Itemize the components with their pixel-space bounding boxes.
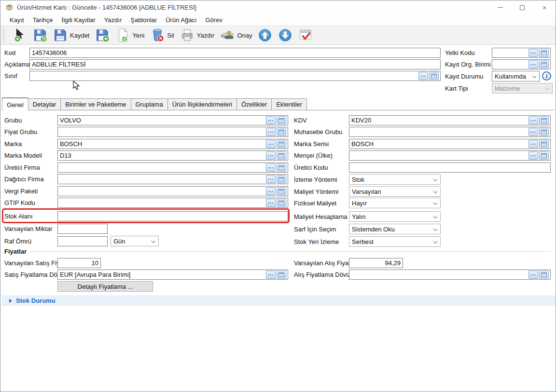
dagitici-firma-lookup-button[interactable]: ... (266, 175, 276, 183)
kdv-list-button[interactable] (539, 116, 549, 124)
stok-alani-input[interactable] (57, 211, 288, 221)
menu-gorev[interactable]: Görev (201, 15, 227, 25)
nav-up-button[interactable] (255, 27, 275, 43)
muhasebe-grubu-input[interactable] (349, 127, 551, 137)
tab-birimler-ve-paketleme[interactable]: Birimler ve Paketleme (60, 98, 131, 110)
alis-dovizi-input[interactable] (349, 270, 551, 280)
tab-eklentiler[interactable]: Eklentiler (271, 98, 306, 110)
alis-fiyati-input[interactable] (349, 258, 403, 268)
marka-serisi-list-button[interactable] (539, 140, 549, 148)
grubu-list-button[interactable] (277, 116, 286, 124)
detayli-fiyatlama-button[interactable]: Detaylı Fiyatlama ... (57, 281, 153, 292)
close-button[interactable]: × (533, 0, 556, 14)
gtip-kodu-list-button[interactable] (277, 199, 286, 207)
varsayilan-miktar-input[interactable] (57, 224, 108, 234)
menu-ilgili-kayitlar[interactable]: İlgili Kayıtlar (57, 15, 100, 25)
maliyet-yontemi-select[interactable]: Varsayılan (349, 186, 441, 197)
dagitici-firma-input[interactable] (57, 174, 288, 184)
muhasebe-grubu-list-button[interactable] (539, 128, 549, 136)
kayit-org-lookup-button[interactable]: ... (528, 60, 538, 68)
marka-lookup-button[interactable]: ... (266, 140, 276, 148)
tab-gruplama[interactable]: Gruplama (131, 98, 168, 110)
aciklama-input[interactable] (29, 59, 441, 69)
vergi-paketi-input[interactable] (57, 186, 288, 196)
raf-omru-input[interactable] (57, 236, 108, 246)
satis-fiyati-input[interactable] (57, 258, 101, 268)
marka-modeli-list-button[interactable] (277, 151, 286, 160)
fiyat-grubu-input[interactable] (57, 127, 288, 137)
sinif-input[interactable] (29, 71, 441, 81)
info-icon[interactable]: i (542, 71, 551, 81)
satis-dovizi-list-button[interactable] (277, 270, 286, 279)
alis-dovizi-list-button[interactable] (539, 270, 549, 279)
yetki-kodu-lookup-button[interactable]: ... (528, 49, 538, 57)
yetki-kodu-list-button[interactable] (539, 49, 549, 57)
maliyet-hesaplama-select[interactable]: Yalın (349, 211, 441, 222)
fiyat-grubu-lookup-button[interactable]: ... (266, 128, 276, 136)
select-add-button[interactable] (10, 27, 30, 43)
menu-kayit[interactable]: Kayıt (5, 15, 28, 25)
izleme-yontemi-select[interactable]: Stok (349, 174, 441, 185)
stok-durumu-section[interactable]: Stok Durumu (2, 296, 555, 306)
kayit-durumu-select[interactable]: Kullanımda (492, 71, 540, 81)
stok-yeri-izleme-select[interactable]: Serbest (349, 236, 441, 247)
print-button[interactable]: Yazdır (177, 27, 218, 43)
save-add-button[interactable] (92, 27, 112, 43)
marka-input[interactable] (57, 139, 288, 149)
marka-serisi-lookup-button[interactable]: ... (528, 140, 538, 148)
list-window-icon (541, 118, 547, 122)
approve-button[interactable]: Onay (217, 27, 255, 43)
sinif-list-button[interactable] (429, 72, 439, 80)
dagitici-firma-list-button[interactable] (277, 175, 286, 183)
uretici-firma-input[interactable] (57, 162, 288, 173)
minimize-button[interactable] (489, 0, 511, 14)
save-button[interactable]: Kaydet (50, 27, 92, 43)
confirm-button[interactable] (295, 27, 316, 43)
grubu-input[interactable] (57, 115, 288, 125)
new-button[interactable]: Yeni (112, 27, 147, 43)
menu-urun-agaci[interactable]: Ürün Ağacı (161, 15, 201, 25)
nav-down-button[interactable] (275, 27, 295, 43)
vergi-paketi-list-button[interactable] (277, 187, 286, 195)
ellipsis-icon: ... (268, 165, 273, 168)
tab-urun-iliskilendirmeleri[interactable]: Ürün İlişkilendirmeleri (167, 98, 237, 110)
mensei-list-button[interactable] (539, 151, 549, 160)
delete-button[interactable]: Sil (147, 27, 177, 43)
alis-dovizi-lookup-button[interactable]: ... (528, 270, 538, 279)
menu-sablonlar[interactable]: Şablonlar (126, 15, 161, 25)
tab-detaylar[interactable]: Detaylar (28, 98, 61, 110)
marka-modeli-lookup-button[interactable]: ... (266, 151, 276, 160)
raf-omru-unit-select[interactable]: Gün (111, 236, 159, 246)
tab-ozellikler[interactable]: Özellikler (236, 98, 272, 110)
sinif-lookup-button[interactable]: ... (418, 72, 428, 80)
maximize-button[interactable] (511, 0, 533, 14)
menu-tarihce[interactable]: Tarihçe (28, 15, 57, 25)
kdv-lookup-button[interactable]: ... (528, 116, 538, 124)
uretici-firma-lookup-button[interactable]: ... (266, 163, 276, 172)
satis-dovizi-lookup-button[interactable]: ... (266, 270, 276, 279)
muhasebe-grubu-lookup-button[interactable]: ... (528, 128, 538, 136)
mensei-input[interactable] (349, 150, 551, 161)
kayit-org-label: Kayıt Org. Birimi (445, 59, 491, 69)
tab-genel[interactable]: Genel (2, 97, 28, 110)
gtip-kodu-input[interactable] (57, 198, 288, 208)
save-revert-button[interactable] (30, 27, 50, 43)
gtip-kodu-lookup-button[interactable]: ... (266, 199, 276, 207)
kod-input[interactable] (29, 48, 441, 58)
fiziksel-maliyet-select[interactable]: Hayır (349, 198, 441, 208)
kayit-org-list-button[interactable] (539, 60, 549, 68)
fiyat-grubu-list-button[interactable] (277, 128, 286, 136)
marka-modeli-input[interactable] (57, 150, 288, 161)
menu-yazdir[interactable]: Yazdır (100, 15, 126, 25)
grubu-lookup-button[interactable]: ... (266, 116, 276, 124)
marka-serisi-input[interactable] (349, 139, 551, 149)
satis-dovizi-input[interactable] (57, 270, 288, 280)
marka-list-button[interactable] (277, 140, 286, 148)
toolbar-grip[interactable] (2, 27, 5, 43)
sarf-icin-secim-select[interactable]: Sistemden Oku (349, 224, 441, 234)
uretici-kodu-input[interactable] (349, 162, 551, 173)
kdv-input[interactable] (349, 115, 551, 125)
uretici-firma-list-button[interactable] (277, 163, 286, 172)
mensei-lookup-button[interactable]: ... (528, 151, 538, 160)
vergi-paketi-lookup-button[interactable]: ... (266, 187, 276, 195)
